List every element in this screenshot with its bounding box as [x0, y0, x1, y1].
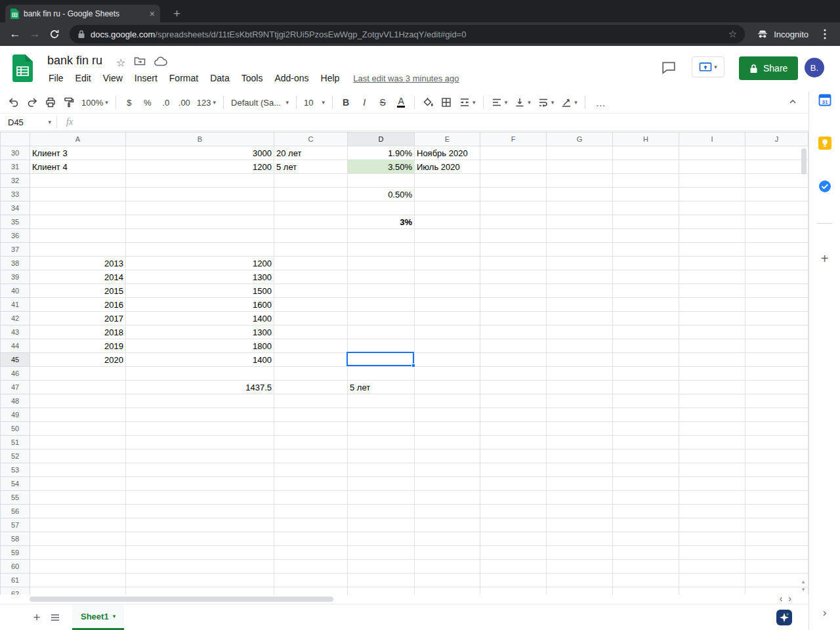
cell-E46[interactable] — [415, 367, 480, 381]
last-edit-link[interactable]: Last edit was 3 minutes ago — [353, 74, 459, 83]
cell-A60[interactable] — [30, 560, 126, 574]
cell-F39[interactable] — [480, 270, 547, 284]
cell-H51[interactable] — [613, 436, 679, 450]
column-header-H[interactable]: H — [613, 133, 679, 146]
comments-button[interactable] — [660, 59, 677, 76]
row-header-51[interactable]: 51 — [1, 436, 30, 450]
cell-G45[interactable] — [547, 353, 613, 367]
cell-A52[interactable] — [30, 450, 126, 463]
cell-J41[interactable] — [746, 298, 808, 312]
cell-D55[interactable] — [348, 491, 415, 505]
row-header-33[interactable]: 33 — [1, 188, 30, 201]
name-box[interactable]: D45 ▾ — [0, 117, 56, 127]
cell-J37[interactable] — [746, 243, 808, 257]
cell-G37[interactable] — [547, 243, 613, 257]
address-bar[interactable]: docs.google.com/spreadsheets/d/11tEsKbtR… — [70, 25, 745, 43]
cell-I45[interactable] — [679, 353, 746, 367]
cell-H62[interactable] — [613, 587, 679, 595]
cell-D44[interactable] — [348, 339, 415, 353]
cell-F55[interactable] — [480, 491, 547, 505]
cell-G55[interactable] — [547, 491, 613, 505]
cell-A54[interactable] — [30, 477, 126, 491]
cell-A44[interactable]: 2019 — [30, 339, 126, 353]
cell-C55[interactable] — [274, 491, 348, 505]
cell-E36[interactable] — [415, 229, 480, 243]
collapse-toolbar-button[interactable] — [788, 96, 798, 110]
undo-button[interactable] — [5, 94, 22, 110]
cell-I60[interactable] — [679, 560, 746, 574]
cell-A61[interactable] — [30, 574, 126, 587]
row-header-43[interactable]: 43 — [1, 326, 30, 339]
cell-F48[interactable] — [480, 394, 547, 408]
row-header-52[interactable]: 52 — [1, 450, 30, 463]
cell-G35[interactable] — [547, 215, 613, 229]
cell-A55[interactable] — [30, 491, 126, 505]
cell-H50[interactable] — [613, 422, 679, 436]
menu-format[interactable]: Format — [163, 71, 204, 85]
row-header-38[interactable]: 38 — [1, 257, 30, 270]
row-header-55[interactable]: 55 — [1, 491, 30, 505]
cell-C50[interactable] — [274, 422, 348, 436]
cell-A43[interactable]: 2018 — [30, 326, 126, 339]
cell-H48[interactable] — [613, 394, 679, 408]
cell-I58[interactable] — [679, 532, 746, 546]
cell-B36[interactable] — [126, 229, 274, 243]
cell-D32[interactable] — [348, 174, 415, 188]
cell-I32[interactable] — [679, 174, 746, 188]
cell-I37[interactable] — [679, 243, 746, 257]
cell-F60[interactable] — [480, 560, 547, 574]
cell-C59[interactable] — [274, 546, 348, 560]
cell-E47[interactable] — [415, 381, 480, 394]
tasks-icon[interactable] — [818, 180, 831, 196]
cell-E34[interactable] — [415, 201, 480, 215]
cell-C44[interactable] — [274, 339, 348, 353]
menu-help[interactable]: Help — [315, 71, 346, 85]
cell-C46[interactable] — [274, 367, 348, 381]
cell-A31[interactable]: Клиент 4 — [30, 160, 126, 174]
cell-C53[interactable] — [274, 463, 348, 477]
cell-G49[interactable] — [547, 408, 613, 422]
cell-A46[interactable] — [30, 367, 126, 381]
menu-file[interactable]: File — [43, 71, 70, 85]
cell-H49[interactable] — [613, 408, 679, 422]
cell-I36[interactable] — [679, 229, 746, 243]
cell-H60[interactable] — [613, 560, 679, 574]
scroll-left-icon[interactable]: ‹ — [780, 593, 783, 604]
cell-J47[interactable] — [746, 381, 808, 394]
cell-A50[interactable] — [30, 422, 126, 436]
cell-G48[interactable] — [547, 394, 613, 408]
cell-E43[interactable] — [415, 326, 480, 339]
row-header-62[interactable]: 62 — [1, 587, 30, 595]
cell-B54[interactable] — [126, 477, 274, 491]
cell-A56[interactable] — [30, 505, 126, 518]
cell-F50[interactable] — [480, 422, 547, 436]
cell-H56[interactable] — [613, 505, 679, 518]
cell-I52[interactable] — [679, 450, 746, 463]
cell-F31[interactable] — [480, 160, 547, 174]
cell-B44[interactable]: 1800 — [126, 339, 274, 353]
cell-I61[interactable] — [679, 574, 746, 587]
row-header-61[interactable]: 61 — [1, 574, 30, 587]
cell-E45[interactable] — [415, 353, 480, 367]
cell-D37[interactable] — [348, 243, 415, 257]
cell-B48[interactable] — [126, 394, 274, 408]
cell-J44[interactable] — [746, 339, 808, 353]
cell-D36[interactable] — [348, 229, 415, 243]
row-header-57[interactable]: 57 — [1, 518, 30, 532]
cloud-status-icon[interactable] — [154, 56, 167, 69]
cell-H34[interactable] — [613, 201, 679, 215]
cell-C54[interactable] — [274, 477, 348, 491]
cell-F57[interactable] — [480, 518, 547, 532]
cell-F34[interactable] — [480, 201, 547, 215]
cell-E61[interactable] — [415, 574, 480, 587]
cell-B58[interactable] — [126, 532, 274, 546]
row-header-30[interactable]: 30 — [1, 146, 30, 160]
star-document-icon[interactable]: ☆ — [116, 56, 125, 69]
cell-J30[interactable] — [746, 146, 808, 160]
forward-icon[interactable]: → — [25, 24, 45, 44]
select-all-corner[interactable] — [1, 133, 30, 146]
cell-D62[interactable] — [348, 587, 415, 595]
cell-E48[interactable] — [415, 394, 480, 408]
cell-G60[interactable] — [547, 560, 613, 574]
cell-I54[interactable] — [679, 477, 746, 491]
